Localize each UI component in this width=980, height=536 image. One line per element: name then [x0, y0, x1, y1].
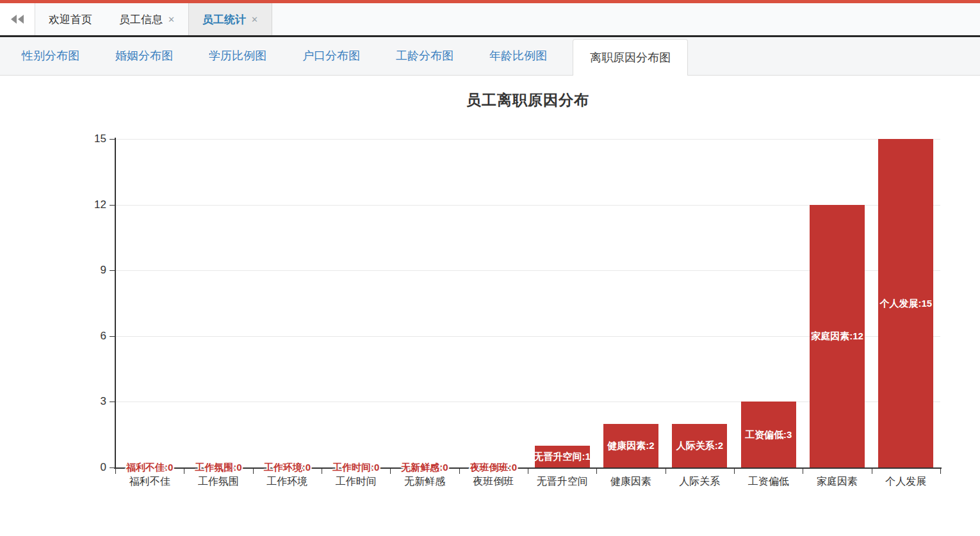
sub-tab-1[interactable]: 婚姻分布图: [105, 37, 183, 75]
sub-tab-4[interactable]: 工龄分布图: [386, 37, 464, 75]
y-axis-tick: [110, 139, 115, 140]
main-tab-label: 欢迎首页: [49, 12, 92, 27]
y-axis-tick: [110, 270, 115, 271]
y-axis-label: 9: [81, 264, 106, 277]
bar-value-label: 人际关系:2: [651, 439, 747, 452]
main-tab-label: 员工信息: [119, 12, 163, 27]
x-axis-tick: [666, 469, 666, 474]
y-axis-line: [115, 138, 116, 469]
main-tab-0[interactable]: 欢迎首页: [35, 3, 106, 35]
y-axis-label: 12: [81, 199, 106, 211]
sub-tab-0[interactable]: 性别分布图: [12, 37, 90, 75]
y-axis-label: 15: [81, 133, 106, 145]
bar-value-label: 家庭因素:12: [789, 330, 885, 343]
x-axis-category-label: 个人发展: [858, 475, 954, 488]
y-axis-tick: [110, 336, 115, 337]
double-left-chevron-icon: [18, 15, 24, 24]
y-axis-tick: [110, 205, 115, 206]
sub-tab-3[interactable]: 户口分布图: [292, 37, 370, 75]
bar-value-label: 工资偏低:3: [721, 428, 817, 441]
double-left-chevron-icon: [11, 15, 17, 24]
sub-tab-2[interactable]: 学历比例图: [199, 37, 277, 75]
chart-type-tab-bar: 性别分布图婚姻分布图学历比例图户口分布图工龄分布图年龄比例图离职原因分布图: [0, 37, 980, 76]
main-tab-label: 员工统计: [202, 12, 246, 27]
main-tab-2[interactable]: 员工统计✕: [188, 3, 272, 35]
x-axis-tick: [872, 469, 872, 474]
close-tab-icon[interactable]: ✕: [251, 15, 258, 24]
sub-tab-6[interactable]: 离职原因分布图: [573, 39, 688, 76]
chart: 员工离职原因分布 03691215福利不佳:0福利不佳工作氛围:0工作氛围工作环…: [0, 76, 980, 536]
y-gridline: [115, 139, 940, 140]
main-tab-1[interactable]: 员工信息✕: [106, 3, 188, 35]
chart-title: 员工离职原因分布: [115, 90, 940, 110]
sub-tab-5[interactable]: 年龄比例图: [479, 37, 557, 75]
main-tabs: 欢迎首页员工信息✕员工统计✕: [35, 3, 272, 35]
y-axis-label: 3: [81, 395, 106, 408]
x-axis-tick: [734, 469, 735, 474]
main-tab-bar: 欢迎首页员工信息✕员工统计✕: [0, 3, 980, 37]
collapse-tabs-button[interactable]: [0, 3, 35, 35]
y-axis-label: 6: [81, 330, 106, 343]
x-axis-tick: [803, 469, 803, 474]
x-axis-tick: [940, 469, 941, 474]
bar-value-label: 无晋升空间:1: [514, 450, 610, 463]
bar-zero-label: 夜班倒班:0: [445, 461, 541, 474]
close-tab-icon[interactable]: ✕: [168, 15, 175, 24]
y-axis-tick: [110, 402, 115, 402]
x-axis-tick: [596, 469, 597, 474]
bar-value-label: 个人发展:15: [858, 297, 954, 310]
